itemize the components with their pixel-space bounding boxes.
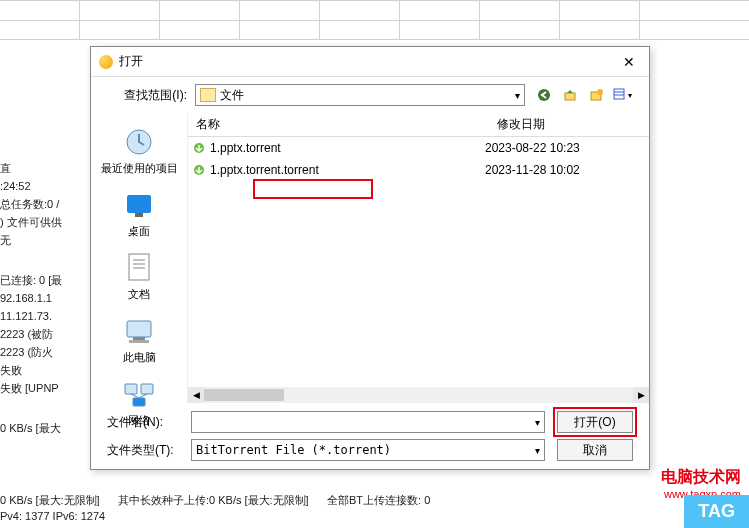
bg-text: 2223 (被防 (0, 326, 90, 342)
bg-text: 11.121.73. (0, 308, 90, 324)
app-icon (99, 55, 113, 69)
sidebar-label: 文档 (99, 287, 179, 302)
bg-text: 总任务数:0 / (0, 196, 90, 212)
sidebar-thispc[interactable]: 此电脑 (99, 310, 179, 369)
look-in-value: 文件 (220, 87, 244, 104)
svg-rect-16 (129, 340, 149, 343)
open-file-dialog: 打开 ✕ 查找范围(I): 文件 ▾ ▾ (90, 46, 650, 470)
bg-text: 失败 (0, 362, 90, 378)
upload-speed: 0 KB/s [最大:无限制] (0, 494, 100, 506)
torrent-file-icon (192, 163, 206, 177)
view-menu-button[interactable]: ▾ (611, 84, 633, 106)
svg-rect-9 (135, 213, 143, 217)
svg-rect-1 (565, 93, 575, 100)
svg-rect-18 (141, 384, 153, 394)
background-status-bar: 0 KB/s [最大:无限制] 其中长效种子上传:0 KB/s [最大:无限制]… (0, 489, 749, 528)
new-folder-button[interactable] (585, 84, 607, 106)
file-date: 2023-11-28 10:02 (485, 163, 645, 177)
file-list: 名称 修改日期 1.pptx.torrent 2023-08-22 10:23 … (187, 113, 649, 403)
bt-connections: 全部BT上传连接数: 0 (327, 494, 430, 506)
look-in-label: 查找范围(I): (107, 87, 187, 104)
filetype-dropdown[interactable]: BitTorrent File (*.torrent) ▾ (191, 439, 545, 461)
background-status-panel: 直 :24:52 总任务数:0 / ) 文件可供供 无 已连接: 0 [最 92… (0, 160, 90, 438)
chevron-down-icon: ▾ (535, 445, 540, 456)
bg-text: 直 (0, 160, 90, 176)
filetype-value: BitTorrent File (*.torrent) (196, 443, 391, 457)
scroll-left-arrow[interactable]: ◀ (188, 387, 204, 403)
svg-line-21 (139, 394, 147, 398)
svg-point-3 (597, 89, 603, 95)
sidebar-desktop[interactable]: 桌面 (99, 184, 179, 243)
bg-text: 2223 (防火 (0, 344, 90, 360)
network-icon (122, 377, 156, 411)
folder-icon (200, 88, 216, 102)
file-date: 2023-08-22 10:23 (485, 141, 645, 155)
file-row[interactable]: 1.pptx.torrent 2023-08-22 10:23 (188, 137, 649, 159)
torrent-file-icon (192, 141, 206, 155)
bg-text: 失败 [UPNP (0, 380, 90, 396)
column-date[interactable]: 修改日期 (489, 116, 649, 133)
recent-icon (122, 125, 156, 159)
documents-icon (122, 251, 156, 285)
watermark-cn: 电脑技术网 (661, 467, 741, 488)
bg-text: 已连接: 0 [最 (0, 272, 90, 288)
chevron-down-icon: ▾ (628, 91, 632, 100)
list-header: 名称 修改日期 (188, 113, 649, 137)
look-in-dropdown[interactable]: 文件 ▾ (195, 84, 525, 106)
file-row[interactable]: 1.pptx.torrent.torrent 2023-11-28 10:02 (188, 159, 649, 181)
chevron-down-icon: ▾ (515, 90, 520, 101)
svg-line-20 (131, 394, 139, 398)
svg-rect-10 (129, 254, 149, 280)
svg-rect-15 (133, 337, 145, 340)
bg-text: 无 (0, 232, 90, 248)
bg-text: ) 文件可供供 (0, 214, 90, 230)
dialog-titlebar: 打开 ✕ (91, 47, 649, 77)
computer-icon (122, 314, 156, 348)
column-name[interactable]: 名称 (188, 116, 489, 133)
horizontal-scrollbar[interactable]: ◀ ▶ (188, 387, 649, 403)
back-button[interactable] (533, 84, 555, 106)
places-sidebar: 最近使用的项目 桌面 文档 此电脑 (91, 113, 187, 403)
cancel-button[interactable]: 取消 (557, 439, 633, 461)
chevron-down-icon: ▾ (535, 417, 540, 428)
svg-rect-19 (133, 398, 145, 406)
dialog-title: 打开 (119, 53, 617, 70)
bg-text: 0 KB/s [最大 (0, 420, 90, 436)
file-name: 1.pptx.torrent.torrent (210, 163, 485, 177)
sidebar-documents[interactable]: 文档 (99, 247, 179, 306)
filename-input[interactable]: ▾ (191, 411, 545, 433)
up-button[interactable] (559, 84, 581, 106)
close-button[interactable]: ✕ (617, 50, 641, 74)
filetype-label: 文件类型(T): (107, 442, 179, 459)
sidebar-label: 桌面 (99, 224, 179, 239)
svg-rect-14 (127, 321, 151, 337)
sidebar-label: 最近使用的项目 (99, 161, 179, 176)
bg-text: :24:52 (0, 178, 90, 194)
sidebar-label: 此电脑 (99, 350, 179, 365)
scroll-right-arrow[interactable]: ▶ (633, 387, 649, 403)
svg-rect-4 (614, 89, 624, 99)
svg-point-0 (538, 89, 550, 101)
desktop-icon (122, 188, 156, 222)
svg-rect-8 (127, 195, 151, 213)
file-name: 1.pptx.torrent (210, 141, 485, 155)
svg-rect-17 (125, 384, 137, 394)
scroll-thumb[interactable] (204, 389, 284, 401)
sidebar-recent[interactable]: 最近使用的项目 (99, 121, 179, 180)
bg-text: 92.168.1.1 (0, 290, 90, 306)
open-button[interactable]: 打开(O) (557, 411, 633, 433)
tag-badge: TAG (684, 495, 749, 528)
ip-stats: Pv4: 1377 IPv6: 1274 (0, 510, 749, 522)
seed-upload: 其中长效种子上传:0 KB/s [最大:无限制] (118, 494, 309, 506)
filename-label: 文件名(N): (107, 414, 179, 431)
